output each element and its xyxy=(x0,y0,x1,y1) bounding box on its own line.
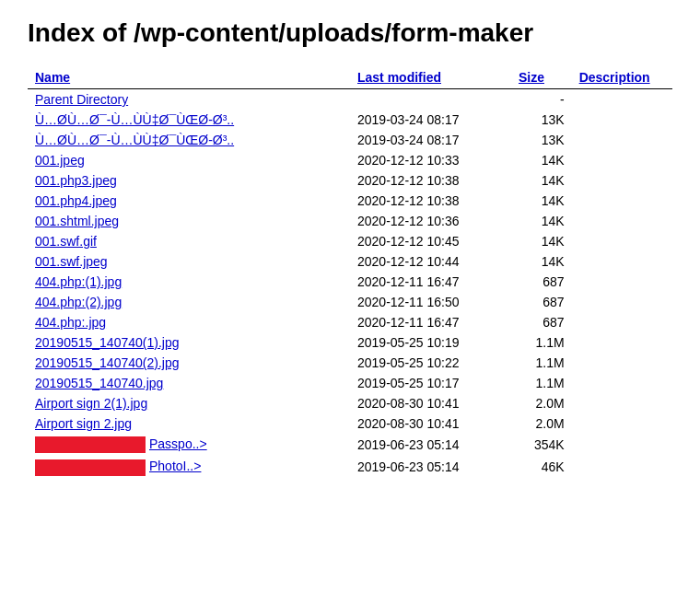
table-row: Airport sign 2.jpg2020-08-30 10:412.0M xyxy=(28,413,672,434)
file-size: 1.1M xyxy=(511,373,572,393)
table-row: Ù…ØÙ…Ø¯-Ù…ÙÙ‡Ø¯ÙŒØ-Ø³..2019-03-24 08:171… xyxy=(28,110,672,130)
file-size: 13K xyxy=(511,130,572,150)
col-header-modified[interactable]: Last modified xyxy=(357,70,441,85)
file-modified: 2020-12-12 10:36 xyxy=(350,211,511,231)
table-row: Parent Directory- xyxy=(28,89,672,110)
file-size: 14K xyxy=(511,191,572,211)
table-row: 001.php3.jpeg2020-12-12 10:3814K xyxy=(28,170,672,191)
file-modified: 2019-03-24 08:17 xyxy=(350,110,511,130)
file-description xyxy=(572,231,672,251)
file-description xyxy=(572,373,672,393)
file-size: 687 xyxy=(511,312,572,332)
file-link[interactable]: Passpo..> xyxy=(149,436,207,451)
file-size: 14K xyxy=(511,251,572,272)
file-link[interactable]: 001.shtml.jpeg xyxy=(35,214,119,228)
file-link[interactable]: 001.php3.jpeg xyxy=(35,173,117,188)
file-size: 14K xyxy=(511,170,572,191)
file-description xyxy=(572,434,672,456)
table-row: PhotoI..>2019-06-23 05:1446K xyxy=(28,456,672,478)
file-description xyxy=(572,211,672,231)
file-description xyxy=(572,89,672,110)
file-description xyxy=(572,110,672,130)
col-header-name[interactable]: Name xyxy=(35,70,70,85)
file-modified: 2019-06-23 05:14 xyxy=(350,434,511,456)
file-description xyxy=(572,292,672,312)
file-link[interactable]: 001.php4.jpeg xyxy=(35,193,117,208)
page-title: Index of /wp-content/uploads/form-maker xyxy=(28,18,672,48)
file-modified: 2019-05-25 10:22 xyxy=(350,353,511,373)
file-link[interactable]: 20190515_140740.jpg xyxy=(35,376,163,390)
file-description xyxy=(572,413,672,434)
file-modified: 2020-12-12 10:38 xyxy=(350,170,511,191)
file-description xyxy=(572,251,672,272)
file-size: 1.1M xyxy=(511,353,572,373)
file-size: 14K xyxy=(511,211,572,231)
file-description xyxy=(572,150,672,170)
file-link[interactable]: 001.jpeg xyxy=(35,153,85,168)
table-row: 001.shtml.jpeg2020-12-12 10:3614K xyxy=(28,211,672,231)
file-link[interactable]: 001.swf.jpeg xyxy=(35,254,108,269)
file-modified: 2020-08-30 10:41 xyxy=(350,413,511,434)
file-description xyxy=(572,170,672,191)
file-description xyxy=(572,332,672,353)
table-row: Airport sign 2(1).jpg2020-08-30 10:412.0… xyxy=(28,393,672,413)
file-size: 46K xyxy=(511,456,572,478)
file-modified: 2020-12-12 10:33 xyxy=(350,150,511,170)
file-listing-table: Name Last modified Size Description Pare… xyxy=(28,66,672,479)
file-description xyxy=(572,191,672,211)
file-description xyxy=(572,272,672,292)
table-row: 001.swf.jpeg2020-12-12 10:4414K xyxy=(28,251,672,272)
file-size: 687 xyxy=(511,292,572,312)
file-size: 2.0M xyxy=(511,413,572,434)
file-size: - xyxy=(511,89,572,110)
file-modified: 2019-05-25 10:17 xyxy=(350,373,511,393)
file-modified: 2020-12-11 16:47 xyxy=(350,272,511,292)
file-size: 354K xyxy=(511,434,572,456)
file-description xyxy=(572,393,672,413)
file-link[interactable]: 001.swf.gif xyxy=(35,234,97,249)
file-link[interactable]: Ù…ØÙ…Ø¯-Ù…ÙÙ‡Ø¯ÙŒØ-Ø³.. xyxy=(35,133,234,147)
file-size: 14K xyxy=(511,231,572,251)
file-modified: 2020-12-11 16:47 xyxy=(350,312,511,332)
file-link[interactable]: Ù…ØÙ…Ø¯-Ù…ÙÙ‡Ø¯ÙŒØ-Ø³.. xyxy=(35,112,234,127)
table-row: 001.jpeg2020-12-12 10:3314K xyxy=(28,150,672,170)
file-link[interactable]: 404.php:(1).jpg xyxy=(35,274,122,289)
file-modified: 2020-12-11 16:50 xyxy=(350,292,511,312)
redacted-block xyxy=(35,459,146,476)
file-modified xyxy=(350,89,511,110)
file-link[interactable]: 20190515_140740(1).jpg xyxy=(35,335,179,350)
file-link[interactable]: PhotoI..> xyxy=(149,459,201,473)
table-row: 404.php:(1).jpg2020-12-11 16:47687 xyxy=(28,272,672,292)
file-description xyxy=(572,130,672,150)
file-modified: 2019-06-23 05:14 xyxy=(350,456,511,478)
table-row: 404.php:.jpg2020-12-11 16:47687 xyxy=(28,312,672,332)
file-link[interactable]: 404.php:.jpg xyxy=(35,315,106,330)
file-size: 14K xyxy=(511,150,572,170)
table-row: 20190515_140740(2).jpg2019-05-25 10:221.… xyxy=(28,353,672,373)
file-modified: 2020-12-12 10:44 xyxy=(350,251,511,272)
col-header-size[interactable]: Size xyxy=(519,70,544,85)
file-size: 687 xyxy=(511,272,572,292)
parent-directory-link[interactable]: Parent Directory xyxy=(35,92,128,107)
file-description xyxy=(572,353,672,373)
file-size: 2.0M xyxy=(511,393,572,413)
table-row: Passpo..>2019-06-23 05:14354K xyxy=(28,434,672,456)
file-size: 1.1M xyxy=(511,332,572,353)
table-row: 001.php4.jpeg2020-12-12 10:3814K xyxy=(28,191,672,211)
file-link[interactable]: 20190515_140740(2).jpg xyxy=(35,355,179,370)
file-modified: 2019-05-25 10:19 xyxy=(350,332,511,353)
table-row: 20190515_140740(1).jpg2019-05-25 10:191.… xyxy=(28,332,672,353)
file-size: 13K xyxy=(511,110,572,130)
file-link[interactable]: Airport sign 2(1).jpg xyxy=(35,396,147,411)
table-row: 20190515_140740.jpg2019-05-25 10:171.1M xyxy=(28,373,672,393)
file-modified: 2020-12-12 10:45 xyxy=(350,231,511,251)
file-link[interactable]: 404.php:(2).jpg xyxy=(35,295,122,309)
col-header-desc[interactable]: Description xyxy=(579,70,650,85)
table-row: Ù…ØÙ…Ø¯-Ù…ÙÙ‡Ø¯ÙŒØ-Ø³..2019-03-24 08:171… xyxy=(28,130,672,150)
file-modified: 2020-12-12 10:38 xyxy=(350,191,511,211)
file-modified: 2019-03-24 08:17 xyxy=(350,130,511,150)
file-modified: 2020-08-30 10:41 xyxy=(350,393,511,413)
file-description xyxy=(572,312,672,332)
file-link[interactable]: Airport sign 2.jpg xyxy=(35,416,132,431)
table-row: 404.php:(2).jpg2020-12-11 16:50687 xyxy=(28,292,672,312)
